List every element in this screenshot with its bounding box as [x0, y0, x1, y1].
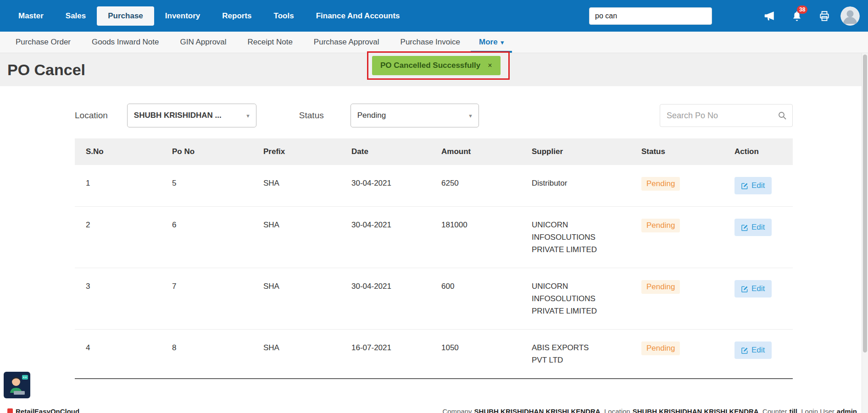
chevron-down-icon — [243, 111, 250, 120]
global-search-input[interactable] — [589, 7, 712, 25]
header-amount: Amount — [430, 138, 521, 165]
status-select[interactable]: Pending — [351, 104, 479, 127]
cell-action: Edit — [723, 330, 793, 379]
edit-pencil-icon — [741, 286, 748, 292]
cell-po-no: 6 — [161, 207, 252, 268]
edit-button[interactable]: Edit — [734, 177, 772, 194]
edit-pencil-icon — [741, 182, 748, 189]
success-toast: PO Cancelled Successfully × — [372, 56, 501, 75]
announcement-icon[interactable] — [763, 10, 775, 22]
session-info: CompanySHUBH KRISHIDHAN KRISHI KENDRA, L… — [442, 407, 857, 413]
header-supplier: Supplier — [521, 138, 630, 165]
header-sno: S.No — [75, 138, 161, 165]
header-po-no: Po No — [161, 138, 252, 165]
subnav-purchase-order[interactable]: Purchase Order — [5, 32, 81, 53]
table-row: 3 7 SHA 30-04-2021 600 UNICORN INFOSOLUT… — [75, 268, 793, 330]
status-label: Status — [299, 110, 324, 121]
toast-message: PO Cancelled Successfully — [380, 61, 480, 70]
user-avatar[interactable] — [840, 6, 860, 26]
edit-button[interactable]: Edit — [734, 280, 772, 297]
cell-action: Edit — [723, 207, 793, 268]
nav-purchase[interactable]: Purchase — [97, 6, 154, 26]
cell-sno: 3 — [75, 268, 161, 330]
brand-name: RetailEasyOnCloud — [16, 407, 79, 413]
location-select[interactable]: SHUBH KRISHIDHAN ... — [127, 104, 256, 127]
subnav-more[interactable]: More — [471, 32, 512, 53]
subnav-goods-inward-note[interactable]: Goods Inward Note — [81, 32, 169, 53]
nav-reports[interactable]: Reports — [222, 11, 251, 21]
scrollbar-thumb[interactable] — [863, 55, 867, 352]
support-chat-widget[interactable] — [4, 372, 30, 398]
po-search-box — [660, 104, 793, 127]
notification-bell-icon[interactable]: 38 — [791, 10, 803, 22]
counter-label: Counter — [762, 407, 787, 413]
printer-icon[interactable] — [818, 10, 830, 22]
edit-button[interactable]: Edit — [734, 341, 772, 359]
subnav-receipt-note[interactable]: Receipt Note — [237, 32, 303, 53]
cell-amount: 600 — [430, 268, 521, 330]
status-badge: Pending — [641, 219, 680, 232]
cell-date: 30-04-2021 — [340, 207, 430, 268]
cell-status: Pending — [630, 268, 723, 330]
vertical-scrollbar[interactable] — [862, 53, 868, 413]
toast-close-icon[interactable]: × — [488, 61, 492, 70]
location-value: SHUBH KRISHIDHAN KRISHI KENDRA — [633, 407, 759, 413]
topbar-right-cluster: 38 — [589, 6, 863, 26]
table-header-row: S.No Po No Prefix Date Amount Supplier S… — [75, 138, 793, 165]
top-navigation-bar: Master Sales Purchase Inventory Reports … — [0, 0, 868, 32]
cell-date: 16-07-2021 — [340, 330, 430, 379]
magnifier-icon[interactable] — [778, 111, 787, 122]
edit-button[interactable]: Edit — [734, 219, 772, 236]
edit-pencil-icon — [741, 347, 748, 354]
subnav-purchase-approval[interactable]: Purchase Approval — [303, 32, 390, 53]
subnav-purchase-invoice[interactable]: Purchase Invoice — [390, 32, 471, 53]
login-user-label: Login User — [801, 407, 835, 413]
cell-po-no: 8 — [161, 330, 252, 379]
location-label: Location — [75, 110, 108, 121]
po-cancel-table: S.No Po No Prefix Date Amount Supplier S… — [75, 138, 793, 379]
cell-date: 30-04-2021 — [340, 268, 430, 330]
po-search-input[interactable] — [660, 104, 793, 127]
status-badge: Pending — [641, 341, 680, 355]
cell-po-no: 7 — [161, 268, 252, 330]
nav-inventory[interactable]: Inventory — [165, 11, 200, 21]
brand-logo — [7, 408, 13, 413]
status-badge: Pending — [641, 280, 680, 294]
brand: RetailEasyOnCloud — [7, 407, 79, 413]
notification-count-badge: 38 — [797, 6, 807, 14]
counter-value: till — [789, 407, 797, 413]
cell-supplier: Distributor — [521, 165, 630, 207]
header-action: Action — [723, 138, 793, 165]
po-cancel-content: Location SHUBH KRISHIDHAN ... Status Pen… — [75, 104, 793, 379]
cell-prefix: SHA — [252, 268, 340, 330]
cell-supplier: UNICORN INFOSOLUTIONS PRIVATE LIMITED — [521, 207, 630, 268]
cell-sno: 2 — [75, 207, 161, 268]
page-title: PO Cancel — [7, 61, 85, 79]
cell-action: Edit — [723, 268, 793, 330]
cell-status: Pending — [630, 330, 723, 379]
table-row: 2 6 SHA 30-04-2021 181000 UNICORN INFOSO… — [75, 207, 793, 268]
chevron-down-icon — [498, 38, 504, 47]
purchase-subnav: Purchase Order Goods Inward Note GIN App… — [0, 32, 868, 53]
header-prefix: Prefix — [252, 138, 340, 165]
cell-prefix: SHA — [252, 207, 340, 268]
nav-master[interactable]: Master — [18, 11, 44, 21]
edit-pencil-icon — [741, 224, 748, 231]
bottom-status-bar: RetailEasyOnCloud CompanySHUBH KRISHIDHA… — [0, 407, 862, 413]
app-window: Master Sales Purchase Inventory Reports … — [0, 0, 868, 413]
nav-sales[interactable]: Sales — [66, 11, 86, 21]
toast-annotation-rectangle: PO Cancelled Successfully × — [367, 51, 510, 80]
cell-supplier: UNICORN INFOSOLUTIONS PRIVATE LIMITED — [521, 268, 630, 330]
login-user-value: admin — [837, 407, 857, 413]
cell-action: Edit — [723, 165, 793, 207]
location-select-value: SHUBH KRISHIDHAN ... — [134, 111, 222, 120]
nav-tools[interactable]: Tools — [274, 11, 294, 21]
chevron-down-icon — [466, 111, 472, 120]
location-label: Location — [604, 407, 630, 413]
subnav-more-label: More — [479, 38, 498, 47]
cell-status: Pending — [630, 165, 723, 207]
header-status: Status — [630, 138, 723, 165]
subnav-gin-approval[interactable]: GIN Approval — [169, 32, 237, 53]
cell-date: 30-04-2021 — [340, 165, 430, 207]
nav-finance-and-accounts[interactable]: Finance And Accounts — [316, 11, 400, 21]
